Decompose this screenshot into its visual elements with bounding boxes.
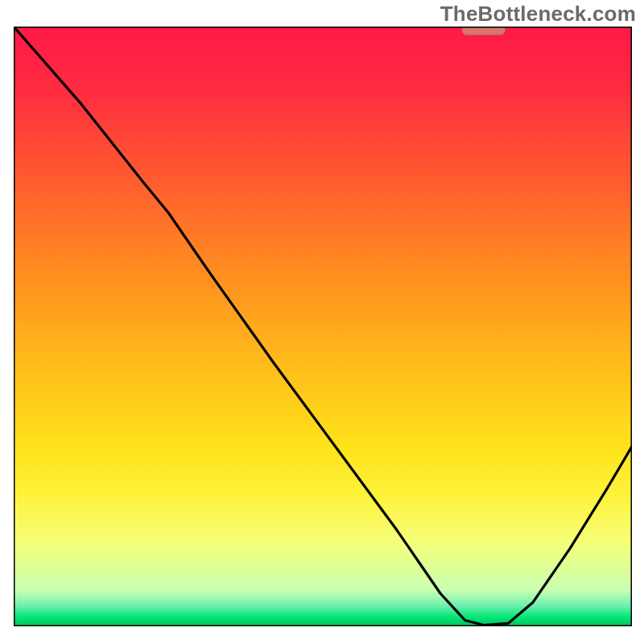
bottleneck-chart <box>0 0 644 644</box>
gradient-background <box>14 27 632 626</box>
chart-stage: TheBottleneck.com <box>0 0 644 644</box>
plot-area <box>14 24 632 626</box>
watermark-label: TheBottleneck.com <box>440 2 636 27</box>
